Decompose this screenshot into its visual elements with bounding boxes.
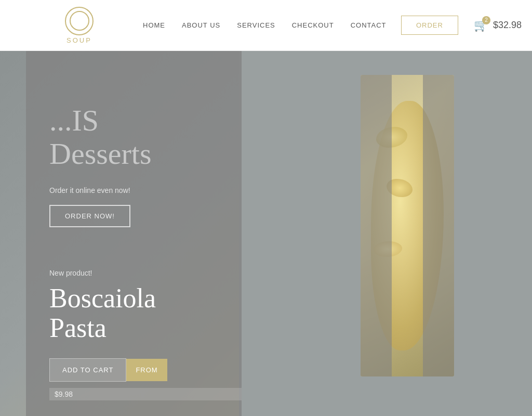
product-price: $9.98 — [49, 388, 242, 400]
right-panel — [239, 0, 532, 416]
left-panel: ...IS Desserts Order it online even now!… — [26, 0, 242, 416]
product-actions: ADD TO CART FROM — [49, 358, 242, 382]
hero-subtitle: Order it online even now! — [49, 186, 242, 194]
new-product-label: New product! — [49, 269, 242, 277]
nav-about[interactable]: ABOUT US — [182, 21, 220, 29]
category-line1: ...IS — [49, 103, 99, 137]
category-line2: Desserts — [49, 137, 152, 171]
nav-checkout[interactable]: CHECKOUT — [292, 21, 334, 29]
order-now-button[interactable]: ORDER NOW! — [49, 205, 130, 227]
from-button[interactable]: FROM — [126, 359, 167, 381]
food-visual — [361, 75, 454, 376]
product-name: Boscaiola Pasta — [49, 283, 242, 343]
grey-right-overlay — [423, 75, 454, 376]
nav-services[interactable]: SERVICES — [237, 21, 275, 29]
product-name-line1: Boscaiola — [49, 283, 156, 313]
logo-text: SOUP — [66, 36, 92, 44]
cart-area: 🛒 2 $32.98 — [474, 19, 532, 32]
grey-left-overlay — [361, 75, 392, 376]
main-content: ...IS Desserts Order it online even now!… — [0, 0, 532, 416]
logo-icon — [65, 7, 94, 35]
cart-badge: 2 — [482, 16, 490, 24]
cart-price: $32.98 — [493, 20, 522, 31]
add-to-cart-button[interactable]: ADD TO CART — [49, 358, 126, 382]
main-nav: HOME ABOUT US SERVICES CHECKOUT CONTACT — [132, 21, 401, 29]
category-text: ...IS Desserts — [49, 104, 242, 171]
logo-area: SOUP — [0, 7, 132, 44]
product-name-line2: Pasta — [49, 313, 107, 343]
nav-contact[interactable]: CONTACT — [351, 21, 387, 29]
nav-home[interactable]: HOME — [143, 21, 165, 29]
food-image-container — [355, 51, 459, 400]
logo-inner-ring — [70, 11, 89, 31]
cart-icon-wrap[interactable]: 🛒 2 — [474, 19, 488, 32]
order-nav-button[interactable]: ORDER — [401, 16, 458, 35]
header: SOUP HOME ABOUT US SERVICES CHECKOUT CON… — [0, 0, 532, 51]
